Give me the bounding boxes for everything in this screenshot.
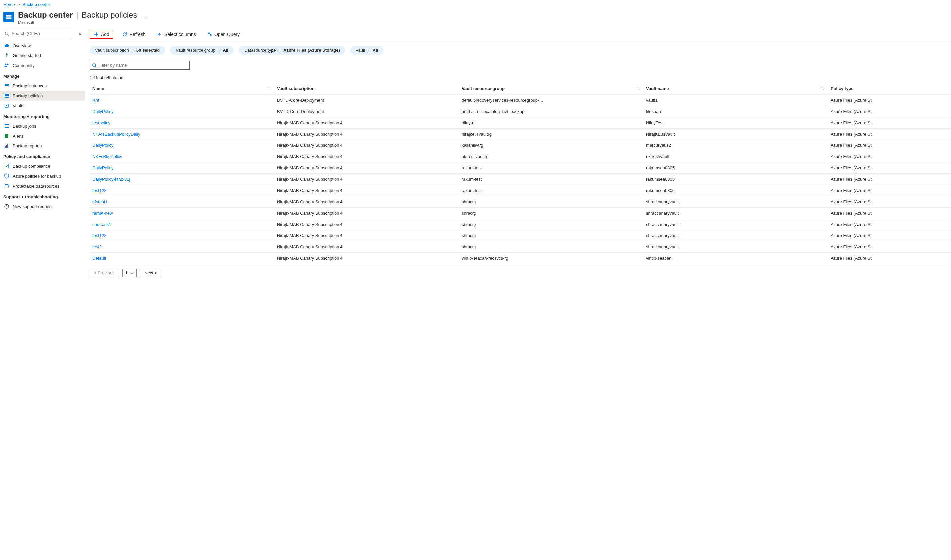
svg-rect-2 <box>6 18 12 19</box>
cell-vault-name: rakumsea0305 <box>644 162 828 174</box>
table-row[interactable]: afstest1Nirajk-MAB Canary Subscription 4… <box>90 196 951 208</box>
column-header-vault-name[interactable]: Vault name↑↓ <box>644 83 828 95</box>
table-row[interactable]: shracafs1Nirajk-MAB Canary Subscription … <box>90 219 951 230</box>
svg-point-6 <box>7 64 9 65</box>
table-row[interactable]: test2Nirajk-MAB Canary Subscription 4shr… <box>90 242 951 253</box>
sidebar-item-azure-policies[interactable]: Azure policies for backup <box>0 171 85 181</box>
page-select[interactable]: 1 <box>122 269 137 277</box>
policy-link[interactable]: test2 <box>93 245 102 249</box>
policy-link[interactable]: DailyPolicy <box>93 165 114 171</box>
next-button[interactable]: Next > <box>140 269 161 277</box>
cell-policy-type: Azure Files (Azure St <box>828 253 951 264</box>
cell-subscription: Nirajk-MAB Canary Subscription 4 <box>274 185 459 196</box>
policy-link[interactable]: DailyPolicy <box>93 109 114 114</box>
column-header-name[interactable]: Name↑↓ <box>90 83 274 95</box>
policy-link[interactable]: ramat-new <box>93 211 113 215</box>
open-query-button[interactable]: Open Query <box>204 30 242 38</box>
policy-link[interactable]: Default <box>93 256 106 261</box>
table-row[interactable]: DefaultNirajk-MAB Canary Subscription 4v… <box>90 253 951 264</box>
breadcrumb-current[interactable]: Backup center <box>23 2 50 7</box>
filter-pill-resource-group[interactable]: Vault resource group == All <box>170 46 234 55</box>
sidebar-search-input[interactable] <box>3 29 71 38</box>
policy-link[interactable]: testpolicy <box>93 120 110 125</box>
filter-pill-subscription[interactable]: Vault subscription == 60 selected <box>90 46 165 55</box>
svg-rect-10 <box>5 95 9 96</box>
sort-icon[interactable]: ↑↓ <box>267 86 271 91</box>
add-button[interactable]: Add <box>90 29 113 39</box>
column-header-policy-type[interactable]: Policy type <box>828 83 951 95</box>
breadcrumb-home[interactable]: Home <box>3 2 15 7</box>
cell-subscription: BVTD-Core-Deployment <box>274 106 459 117</box>
table-row[interactable]: testpolicyNirajk-MAB Canary Subscription… <box>90 117 951 129</box>
refresh-icon <box>122 32 127 37</box>
support-icon <box>4 204 9 209</box>
sidebar: « Overview Getting started Community Man… <box>0 28 85 282</box>
svg-point-29 <box>210 34 212 35</box>
sidebar-item-label: Overview <box>12 43 31 48</box>
cell-vault-name: vault1 <box>644 95 828 106</box>
toolbar: Add Refresh Select columns Open Query <box>85 28 951 41</box>
policy-link[interactable]: test123 <box>93 233 107 238</box>
table-row[interactable]: lkhfBVTD-Core-Deploymentdefault-recovery… <box>90 95 951 106</box>
sidebar-item-backup-compliance[interactable]: Backup compliance <box>0 161 85 171</box>
sidebar-section-monitoring: Monitoring + reporting <box>0 111 85 121</box>
policy-link[interactable]: test123 <box>93 188 107 193</box>
policy-link[interactable]: NKAfsBackupPolicyDaily <box>93 132 140 137</box>
table-row[interactable]: test123Nirajk-MAB Canary Subscription 4s… <box>90 230 951 242</box>
svg-rect-8 <box>5 85 9 86</box>
sidebar-item-backup-policies[interactable]: Backup policies <box>0 91 85 101</box>
results-count: 1-15 of 645 items <box>85 71 951 83</box>
cell-policy-type: Azure Files (Azure St <box>828 140 951 151</box>
column-header-resource-group[interactable]: Vault resource group↑↓ <box>459 83 644 95</box>
policy-link[interactable]: afstest1 <box>93 199 108 204</box>
svg-rect-18 <box>5 146 6 148</box>
cell-vault-name: shraccanaryvault <box>644 196 828 208</box>
filter-pill-datasource-type[interactable]: Datasource type == Azure Files (Azure St… <box>239 46 345 55</box>
filter-pill-vault[interactable]: Vault == All <box>350 46 384 55</box>
collapse-sidebar-icon[interactable]: « <box>77 29 82 37</box>
table-row[interactable]: NKFsBkpPolicyNirajk-MAB Canary Subscript… <box>90 151 951 162</box>
policy-link[interactable]: DailyPolicy-ktr2x81j <box>93 177 130 182</box>
sidebar-item-vaults[interactable]: Vaults <box>0 101 85 111</box>
sidebar-item-label: Azure policies for backup <box>12 174 61 179</box>
table-row[interactable]: DailyPolicyNirajk-MAB Canary Subscriptio… <box>90 140 951 151</box>
cell-policy-type: Azure Files (Azure St <box>828 230 951 242</box>
sidebar-item-protectable-datasources[interactable]: Protectable datasources <box>0 181 85 191</box>
sort-icon[interactable]: ↑↓ <box>636 86 640 91</box>
vault-icon <box>4 103 9 108</box>
sidebar-item-new-support-request[interactable]: New support request <box>0 201 85 211</box>
svg-rect-11 <box>5 97 9 98</box>
select-columns-button[interactable]: Select columns <box>154 30 199 38</box>
table-row[interactable]: DailyPolicyBVTD-Core-Deploymentamthaku_f… <box>90 106 951 117</box>
sidebar-item-getting-started[interactable]: Getting started <box>0 51 85 60</box>
table-row[interactable]: DailyPolicyNirajk-MAB Canary Subscriptio… <box>90 162 951 174</box>
table-row[interactable]: NKAfsBackupPolicyDailyNirajk-MAB Canary … <box>90 129 951 140</box>
table-row[interactable]: DailyPolicy-ktr2x81jNirajk-MAB Canary Su… <box>90 174 951 185</box>
cell-vault-name: NirajKEusVault <box>644 129 828 140</box>
sidebar-item-backup-reports[interactable]: Backup reports <box>0 141 85 151</box>
table-row[interactable]: ramat-newNirajk-MAB Canary Subscription … <box>90 208 951 219</box>
cell-resource-group: vintib-seacan-recsvcs-rg <box>459 253 644 264</box>
table-row[interactable]: test123Nirajk-MAB Canary Subscription 4r… <box>90 185 951 196</box>
cell-vault-name: shraccanaryvault <box>644 219 828 230</box>
sidebar-item-community[interactable]: Community <box>0 60 85 71</box>
column-header-subscription[interactable]: Vault subscription <box>274 83 459 95</box>
sidebar-item-alerts[interactable]: Alerts <box>0 131 85 141</box>
sidebar-item-backup-instances[interactable]: Backup instances <box>0 81 85 91</box>
sidebar-section-manage: Manage <box>0 71 85 81</box>
policy-link[interactable]: NKFsBkpPolicy <box>93 154 122 159</box>
filter-by-name-input[interactable] <box>90 61 190 70</box>
cell-name: DailyPolicy <box>90 162 274 174</box>
cell-policy-type: Azure Files (Azure St <box>828 219 951 230</box>
policy-link[interactable]: DailyPolicy <box>93 143 114 148</box>
more-icon[interactable]: ⋯ <box>142 13 148 20</box>
sidebar-item-backup-jobs[interactable]: Backup jobs <box>0 121 85 131</box>
page-title-sub: Backup policies <box>82 10 137 20</box>
policy-link[interactable]: lkhf <box>93 98 99 103</box>
previous-button[interactable]: < Previous <box>90 269 119 277</box>
sidebar-item-label: Getting started <box>12 53 41 58</box>
refresh-button[interactable]: Refresh <box>119 30 148 38</box>
sidebar-item-overview[interactable]: Overview <box>0 40 85 51</box>
policy-link[interactable]: shracafs1 <box>93 222 111 227</box>
sort-icon[interactable]: ↑↓ <box>821 86 824 91</box>
